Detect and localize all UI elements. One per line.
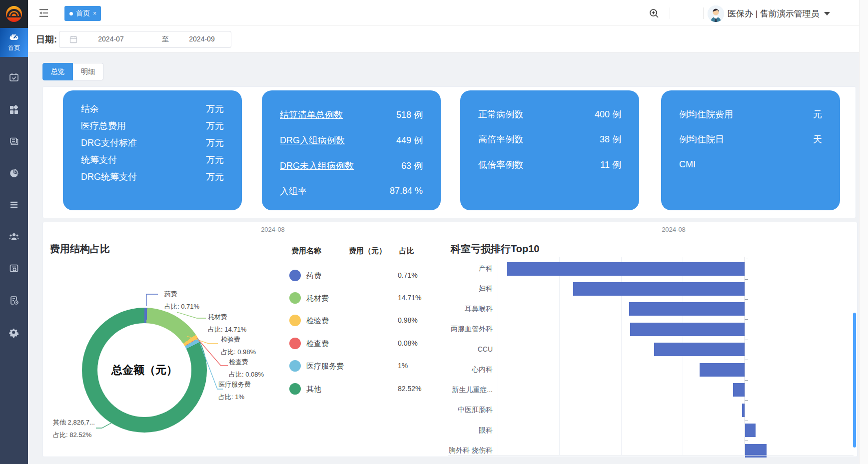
- legend-row[interactable]: 其他82.52%: [43, 383, 443, 395]
- sidebar-item-analysis[interactable]: [0, 162, 28, 184]
- legend-name: 其他: [306, 385, 321, 394]
- stat-card-row: 统筹支付万元: [81, 153, 224, 166]
- stat-label: DRG支付标准: [81, 137, 137, 149]
- stat-label: 例均住院费用: [679, 108, 733, 120]
- tab-overview[interactable]: 总览: [42, 63, 73, 80]
- legend-row[interactable]: 检查费0.08%: [43, 338, 443, 350]
- left-chart-period: 2024-08: [233, 226, 313, 233]
- bar-category-label: 胸外科 烧伤科: [418, 446, 493, 455]
- bar[interactable]: [630, 323, 745, 336]
- sidebar-item-doc-history[interactable]: [0, 290, 28, 312]
- stat-link-label[interactable]: DRG未入组病例数: [280, 160, 354, 172]
- axis-tick: [745, 441, 748, 441]
- stat-label: CMI: [679, 159, 696, 170]
- chevron-down-icon[interactable]: [824, 12, 830, 15]
- stat-card: 结余万元医疗总费用万元DRG支付标准万元统筹支付万元DRG统筹支付万元: [63, 90, 242, 210]
- legend-dot: [289, 270, 301, 281]
- sidebar-item-reports[interactable]: [0, 131, 28, 153]
- legend-share: 0.98%: [398, 316, 418, 324]
- bar[interactable]: [573, 282, 745, 296]
- date-start-input[interactable]: 2024-07: [93, 35, 128, 43]
- tab-close-icon[interactable]: ×: [93, 10, 96, 17]
- stat-label: 医疗总费用: [81, 120, 126, 132]
- bar[interactable]: [654, 343, 745, 356]
- stat-card-row: 高倍率例数38 例: [478, 133, 621, 146]
- sidebar-item-home[interactable]: 首页: [0, 26, 28, 57]
- avatar-icon: [708, 5, 724, 22]
- date-end-input[interactable]: 2024-09: [184, 35, 219, 43]
- legend-share: 0.71%: [398, 271, 418, 279]
- legend-row[interactable]: 医疗服务费1%: [43, 360, 443, 372]
- stat-card-row: 正常病例数400 例: [478, 108, 621, 120]
- stat-value: 元: [813, 108, 822, 120]
- stat-value: 万元: [206, 154, 224, 166]
- user-menu-label[interactable]: 医保办 | 售前演示管理员: [728, 8, 820, 19]
- legend-dot: [289, 360, 301, 372]
- stat-label: 正常病例数: [478, 108, 523, 120]
- chart-scrollbar-thumb[interactable]: [853, 313, 856, 448]
- stat-value: 87.84 %: [390, 186, 423, 196]
- bar[interactable]: [733, 383, 745, 397]
- stat-label: 统筹支付: [81, 154, 117, 166]
- legend-share: 14.71%: [398, 294, 421, 302]
- gear-settings-icon: [8, 327, 20, 339]
- page-scrollbar[interactable]: [859, 0, 868, 464]
- legend-header-amount: 费用（元）: [349, 246, 386, 256]
- bar-chart-gridline: [498, 257, 498, 455]
- stat-label: DRG统筹支付: [81, 171, 137, 183]
- bar-category-label: 眼科: [418, 426, 493, 435]
- legend-row[interactable]: 药费0.71%: [43, 270, 443, 282]
- bar[interactable]: [745, 424, 756, 437]
- stat-card-row: 例均住院日天: [679, 133, 822, 146]
- menu-list-icon: [9, 200, 19, 210]
- legend-dot: [289, 338, 301, 349]
- dashboard-icon: [8, 31, 20, 43]
- sidebar-item-doc-search[interactable]: [0, 258, 28, 280]
- user-avatar[interactable]: [708, 5, 724, 22]
- date-range-picker[interactable]: 2024-07 至 2024-09: [59, 31, 231, 48]
- date-filter-label: 日期:: [36, 33, 57, 45]
- doc-clock-icon: [8, 295, 19, 306]
- stat-card: 正常病例数400 例高倍率例数38 例低倍率例数11 例: [460, 90, 639, 210]
- bar[interactable]: [507, 262, 745, 276]
- stat-card-row: DRG统筹支付万元: [81, 170, 224, 183]
- bar-category-label: 妇科: [418, 284, 493, 293]
- stat-value: 万元: [206, 137, 224, 149]
- stat-card-row: 入组率87.84 %: [280, 185, 423, 197]
- legend-header-name: 费用名称: [291, 246, 321, 256]
- legend-name: 耗材费: [306, 294, 329, 303]
- bar[interactable]: [629, 302, 745, 316]
- stat-link-label[interactable]: 结算清单总例数: [280, 109, 343, 121]
- top-header: 首页 × 医保办 | 售前演示管理员: [28, 0, 868, 26]
- stat-label: 结余: [81, 103, 99, 115]
- bar[interactable]: [700, 363, 745, 377]
- stat-label: 例均住院日: [679, 133, 724, 145]
- tab-label: 首页: [76, 9, 90, 18]
- filter-toolbar: 日期: 2024-07 至 2024-09: [28, 26, 868, 52]
- app-logo[interactable]: [0, 0, 28, 28]
- stat-link-label[interactable]: DRG入组病例数: [280, 134, 345, 146]
- stat-card-row: 低倍率例数11 例: [478, 158, 621, 171]
- legend-share: 1%: [398, 362, 408, 370]
- tab-detail[interactable]: 明细: [73, 63, 103, 80]
- zoom-in-icon[interactable]: [649, 8, 660, 19]
- axis-tick: [745, 400, 748, 401]
- bar[interactable]: [742, 404, 745, 417]
- collapse-menu-icon[interactable]: [39, 8, 48, 17]
- sidebar-item-list[interactable]: [0, 194, 28, 216]
- bar-category-label: 新生儿重症...: [418, 386, 493, 395]
- stat-value: 万元: [206, 120, 224, 132]
- axis-tick: [745, 340, 748, 340]
- sidebar-item-settings[interactable]: [0, 322, 28, 344]
- calendar-icon: [69, 35, 77, 43]
- legend-row[interactable]: 耗材费14.71%: [43, 292, 443, 304]
- legend-row[interactable]: 检验费0.98%: [43, 315, 443, 327]
- sidebar-item-users[interactable]: [0, 226, 28, 248]
- tab-home[interactable]: 首页 ×: [64, 6, 101, 21]
- tab-active-dot: [69, 12, 73, 15]
- sidebar-item-calendar[interactable]: [0, 66, 28, 88]
- stat-value: 万元: [206, 103, 224, 115]
- sidebar-item-apps[interactable]: [0, 99, 28, 121]
- panel-divider: [448, 227, 448, 453]
- axis-tick: [745, 259, 748, 259]
